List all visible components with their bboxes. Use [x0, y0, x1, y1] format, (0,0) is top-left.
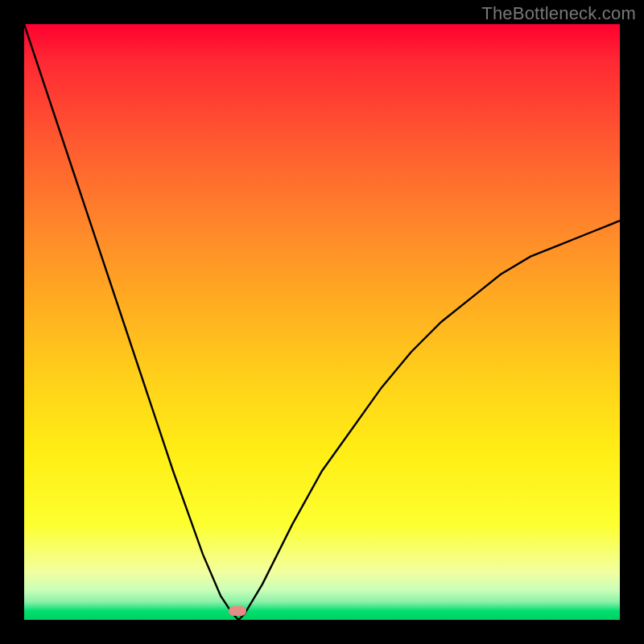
bottleneck-curve [24, 24, 620, 620]
curve-svg [24, 24, 620, 620]
chart-stage: TheBottleneck.com [0, 0, 644, 644]
minimum-marker [229, 606, 246, 616]
plot-area [24, 24, 620, 620]
watermark-text: TheBottleneck.com [481, 3, 636, 24]
